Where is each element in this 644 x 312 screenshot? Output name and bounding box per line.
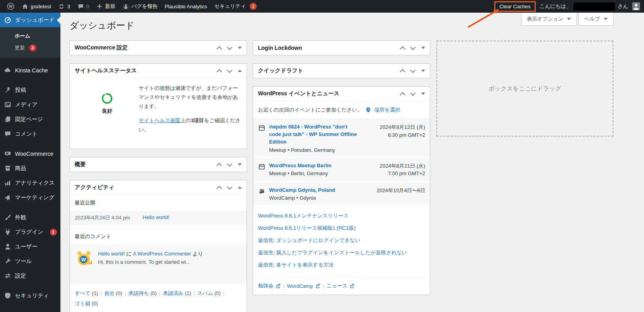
move-down-button[interactable] [410, 91, 416, 96]
news-link[interactable]: WordPress 6.6.1リリース候補版1 (RC1版) [258, 225, 425, 232]
sidebar-item-posts[interactable]: 投稿 [0, 83, 60, 97]
sidebar-item-appearance[interactable]: 外観 [0, 210, 60, 225]
widget-header[interactable]: WooCommerce 設定 [70, 41, 247, 55]
filter-mine-link[interactable]: 自分 [104, 290, 115, 296]
clear-caches-button[interactable]: Clear Caches [494, 1, 536, 12]
post-link[interactable]: Hello world! [143, 214, 169, 221]
sidebar-item-comments[interactable]: コメント [0, 127, 60, 141]
sidebar-item-security[interactable]: セキュリティ [0, 288, 60, 303]
news-link[interactable]: 返信先: 各サイトを表示する方法 [258, 261, 425, 269]
site-health-screen-link[interactable]: サイトヘルス画面 [139, 117, 181, 123]
event-date: 2024年10月4日〜6日 [363, 187, 425, 195]
toggle-collapse-button[interactable] [421, 47, 425, 49]
comments-menu[interactable]: 0 [74, 0, 93, 13]
filter-all-link[interactable]: すべて [75, 290, 90, 296]
move-up-button[interactable] [400, 46, 405, 52]
move-up-button[interactable] [217, 69, 222, 75]
widget-header[interactable]: サイトヘルスステータス [70, 64, 247, 78]
archive-box-icon [4, 165, 11, 172]
sidebar-item-products[interactable]: 商品 [0, 161, 60, 176]
move-down-button[interactable] [227, 161, 232, 166]
move-up-button[interactable] [400, 92, 405, 98]
sidebar-item-settings[interactable]: 設定 [0, 269, 60, 283]
security-menu[interactable]: セキュリティ 2 [211, 0, 260, 13]
events-news-body: お近くの次回のイベントにご参加ください。 場所を選択 #wpdm 0824 - … [253, 101, 430, 295]
sidebar-item-label: WooCommerce [15, 151, 53, 157]
toggle-collapse-button[interactable] [238, 163, 242, 166]
plus-icon [96, 3, 103, 9]
greeting[interactable]: こんにちは、 さん [540, 2, 628, 11]
meetups-link[interactable]: 勉強会 [258, 282, 281, 289]
screen-options-button[interactable]: 表示オプション [521, 13, 577, 26]
widget-activity: アクティビティ 最近公開 2023年4月24日 4:04 pm Hello wo… [70, 180, 247, 312]
toggle-collapse-button[interactable] [421, 93, 425, 95]
sidebar-subitem-home[interactable]: ホーム [0, 30, 60, 42]
updates-menu[interactable]: 3 [55, 0, 73, 13]
news-link[interactable]: 返信先: 購入したプラグインをインストールしたが反映されない [258, 249, 425, 256]
move-down-button[interactable] [227, 45, 232, 50]
select-location-link[interactable]: 場所を選択 [374, 106, 400, 113]
plausible-analytics-menu[interactable]: Plausible Analytics [161, 0, 211, 13]
external-link-icon [275, 283, 281, 289]
widget-header[interactable]: クイックドラフト [253, 64, 430, 78]
sidebar-item-kinsta-cache[interactable]: Kinsta Cache [0, 63, 60, 78]
sidebar-item-users[interactable]: ユーザー [0, 239, 60, 254]
sidebar-item-woocommerce[interactable]: WooCommerce [0, 146, 60, 161]
news-link[interactable]: 返信先: ダッシュボードにログインできない [258, 237, 425, 244]
move-down-button[interactable] [227, 184, 232, 189]
move-down-button[interactable] [410, 45, 416, 50]
event-title-link[interactable]: WordCamp Gdynia, Poland [269, 187, 359, 194]
sidebar-item-media[interactable]: メディア [0, 97, 60, 112]
user-avatar[interactable] [632, 2, 640, 10]
sidebar-item-label: ダッシュボード [15, 17, 55, 24]
widget-header[interactable]: Login Lockdown [253, 41, 430, 55]
help-button[interactable]: ヘルプ [578, 13, 614, 26]
comment-row: W Hello world! に A WordPress Commenter よ… [70, 244, 247, 283]
sidebar-item-dashboard[interactable]: ダッシュボード [0, 13, 60, 27]
move-down-button[interactable] [410, 68, 416, 73]
wordpress-logo-menu[interactable]: W [3, 0, 18, 13]
widget-header[interactable]: 概要 [70, 157, 247, 172]
widget-header[interactable]: アクティビティ [70, 180, 247, 195]
move-up-button[interactable] [400, 69, 405, 75]
widget-drop-target[interactable]: ボックスをここにドラッグ [436, 40, 614, 137]
toggle-collapse-button[interactable] [238, 186, 242, 189]
sidebar-item-tools[interactable]: ツール [0, 254, 60, 269]
filter-spam-link[interactable]: スパム [197, 290, 213, 296]
event-title-link[interactable]: #wpdm 0824 - WordPress "don't code just … [269, 123, 359, 146]
sidebar-item-analytics[interactable]: アナリティクス [0, 176, 60, 190]
event-datetime: 2024年8月12日 (月) 6:30 pm GMT+2 [363, 123, 425, 153]
move-up-button[interactable] [217, 186, 222, 191]
toggle-collapse-button[interactable] [238, 47, 242, 49]
comment-author-link[interactable]: A WordPress Commenter [133, 251, 191, 257]
column-2: Login Lockdown クイックドラフト [253, 40, 430, 295]
move-down-button[interactable] [227, 68, 232, 73]
report-bug-menu[interactable]: バグを報告 [119, 0, 161, 13]
sidebar-item-collapse-menu[interactable]: メニューを閉じる [0, 308, 60, 312]
sidebar-item-pages[interactable]: 固定ページ [0, 112, 60, 127]
toggle-collapse-button[interactable] [238, 70, 242, 72]
sidebar-subitem-updates[interactable]: 更新 3 [0, 42, 60, 54]
comment-post-link[interactable]: Hello world! [98, 251, 125, 257]
filter-trash-link[interactable]: ゴミ箱 [75, 301, 90, 306]
move-up-button[interactable] [217, 46, 222, 52]
event-title-link[interactable]: WordPress Meetup Berlin [269, 162, 359, 170]
wordcamp-link[interactable]: WordCamp [287, 283, 320, 289]
move-up-button[interactable] [217, 163, 222, 168]
new-content-menu[interactable]: 新規 [93, 0, 119, 13]
news-link[interactable]: WordPress 6.6.1メンテナンスリリース [258, 212, 425, 219]
health-text-2: サイトヘルス画面上の3項目をご確認ください。 [139, 116, 241, 134]
filter-pending-link[interactable]: 承認待ち [128, 290, 149, 296]
widget-login-lockdown: Login Lockdown [253, 40, 430, 55]
plugins-badge: 3 [50, 229, 57, 236]
widget-title: WordPress イベントとニュース [258, 90, 339, 97]
filter-approved-link[interactable]: 承認済み [163, 290, 183, 296]
widget-header[interactable]: WordPress イベントとニュース [253, 87, 430, 101]
sidebar-item-plugins[interactable]: プラグイン 3 [0, 225, 60, 239]
toggle-collapse-button[interactable] [421, 70, 425, 72]
sidebar-item-marketing[interactable]: マーケティング [0, 190, 60, 205]
site-name-menu[interactable]: jpsitetest [18, 0, 55, 13]
news-footer-link[interactable]: ニュース [326, 282, 355, 289]
greeting-suffix: さん [618, 3, 628, 10]
events-intro-row: お近くの次回のイベントにご参加ください。 場所を選択 [253, 101, 430, 119]
